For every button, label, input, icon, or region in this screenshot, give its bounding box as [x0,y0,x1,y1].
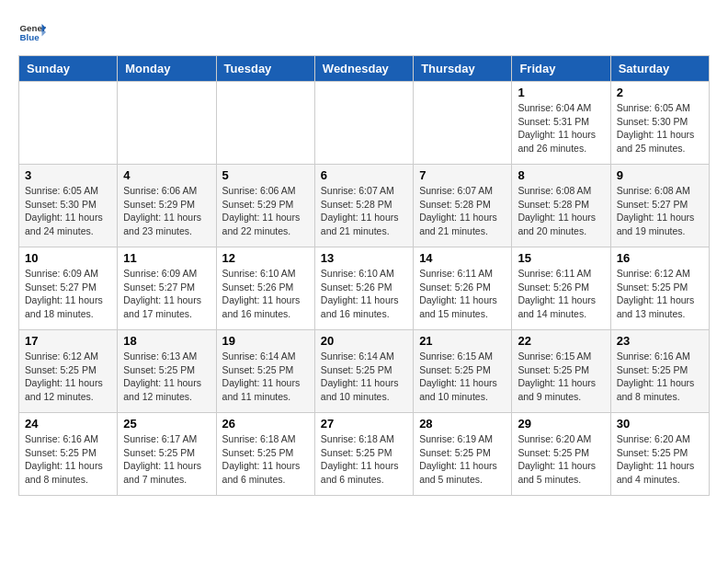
weekday-header-wednesday: Wednesday [314,56,413,82]
day-info: Sunrise: 6:19 AM Sunset: 5:25 PM Dayligh… [419,432,506,487]
day-number: 8 [518,168,604,182]
day-info: Sunrise: 6:06 AM Sunset: 5:29 PM Dayligh… [123,184,210,238]
day-number: 1 [518,86,604,99]
weekday-header-tuesday: Tuesday [216,56,314,82]
day-cell: 1Sunrise: 6:04 AM Sunset: 5:31 PM Daylig… [512,82,610,165]
day-info: Sunrise: 6:08 AM Sunset: 5:28 PM Dayligh… [518,184,604,238]
week-row-5: 24Sunrise: 6:16 AM Sunset: 5:25 PM Dayli… [19,413,710,496]
day-info: Sunrise: 6:15 AM Sunset: 5:25 PM Dayligh… [518,350,604,404]
day-cell: 17Sunrise: 6:12 AM Sunset: 5:25 PM Dayli… [19,330,118,413]
calendar-body: 1Sunrise: 6:04 AM Sunset: 5:31 PM Daylig… [19,82,710,496]
day-cell [19,82,118,165]
day-number: 23 [617,334,703,348]
day-info: Sunrise: 6:12 AM Sunset: 5:25 PM Dayligh… [617,267,703,321]
day-number: 28 [419,417,506,431]
week-row-1: 1Sunrise: 6:04 AM Sunset: 5:31 PM Daylig… [19,82,710,165]
day-cell [414,82,512,165]
logo: General Blue [18,18,46,46]
day-cell: 20Sunrise: 6:14 AM Sunset: 5:25 PM Dayli… [314,330,413,413]
day-cell: 30Sunrise: 6:20 AM Sunset: 5:25 PM Dayli… [610,413,709,496]
day-number: 19 [222,334,309,348]
day-cell: 7Sunrise: 6:07 AM Sunset: 5:28 PM Daylig… [414,165,512,247]
day-cell: 10Sunrise: 6:09 AM Sunset: 5:27 PM Dayli… [19,247,118,330]
svg-text:Blue: Blue [20,32,40,42]
day-cell: 15Sunrise: 6:11 AM Sunset: 5:26 PM Dayli… [512,247,610,330]
day-info: Sunrise: 6:17 AM Sunset: 5:25 PM Dayligh… [123,432,210,487]
day-info: Sunrise: 6:16 AM Sunset: 5:25 PM Dayligh… [25,432,111,487]
day-info: Sunrise: 6:11 AM Sunset: 5:26 PM Dayligh… [518,267,604,321]
day-number: 4 [123,168,210,182]
calendar-table: SundayMondayTuesdayWednesdayThursdayFrid… [18,55,710,496]
day-number: 27 [321,417,407,431]
day-cell: 16Sunrise: 6:12 AM Sunset: 5:25 PM Dayli… [610,247,709,330]
day-cell: 6Sunrise: 6:07 AM Sunset: 5:28 PM Daylig… [314,165,413,247]
day-cell: 29Sunrise: 6:20 AM Sunset: 5:25 PM Dayli… [512,413,610,496]
day-number: 16 [617,251,703,265]
day-info: Sunrise: 6:13 AM Sunset: 5:25 PM Dayligh… [123,350,210,404]
day-cell: 22Sunrise: 6:15 AM Sunset: 5:25 PM Dayli… [512,330,610,413]
day-number: 11 [123,251,210,265]
header: General Blue [18,18,710,46]
day-number: 30 [617,417,703,431]
day-number: 18 [123,334,210,348]
day-info: Sunrise: 6:14 AM Sunset: 5:25 PM Dayligh… [321,350,407,404]
day-number: 14 [419,251,506,265]
day-cell: 28Sunrise: 6:19 AM Sunset: 5:25 PM Dayli… [414,413,512,496]
day-number: 10 [25,251,111,265]
day-info: Sunrise: 6:16 AM Sunset: 5:25 PM Dayligh… [617,350,703,404]
day-number: 24 [25,417,111,431]
day-info: Sunrise: 6:09 AM Sunset: 5:27 PM Dayligh… [25,267,111,321]
logo-icon: General Blue [18,18,46,46]
day-info: Sunrise: 6:05 AM Sunset: 5:30 PM Dayligh… [617,101,703,155]
day-info: Sunrise: 6:07 AM Sunset: 5:28 PM Dayligh… [419,184,506,238]
day-info: Sunrise: 6:20 AM Sunset: 5:25 PM Dayligh… [617,432,703,487]
day-number: 22 [518,334,604,348]
day-cell: 4Sunrise: 6:06 AM Sunset: 5:29 PM Daylig… [118,165,216,247]
day-cell: 19Sunrise: 6:14 AM Sunset: 5:25 PM Dayli… [216,330,314,413]
day-number: 17 [25,334,111,348]
day-number: 5 [222,168,309,182]
day-info: Sunrise: 6:11 AM Sunset: 5:26 PM Dayligh… [419,267,506,321]
weekday-header-row: SundayMondayTuesdayWednesdayThursdayFrid… [19,56,710,82]
day-info: Sunrise: 6:04 AM Sunset: 5:31 PM Dayligh… [518,101,604,155]
day-cell: 23Sunrise: 6:16 AM Sunset: 5:25 PM Dayli… [610,330,709,413]
day-info: Sunrise: 6:18 AM Sunset: 5:25 PM Dayligh… [321,432,407,487]
day-info: Sunrise: 6:20 AM Sunset: 5:25 PM Dayligh… [518,432,604,487]
day-number: 20 [321,334,407,348]
day-number: 3 [25,168,111,182]
day-info: Sunrise: 6:14 AM Sunset: 5:25 PM Dayligh… [222,350,309,404]
day-cell: 9Sunrise: 6:08 AM Sunset: 5:27 PM Daylig… [610,165,709,247]
weekday-header-thursday: Thursday [414,56,512,82]
day-cell: 14Sunrise: 6:11 AM Sunset: 5:26 PM Dayli… [414,247,512,330]
day-info: Sunrise: 6:05 AM Sunset: 5:30 PM Dayligh… [25,184,111,238]
week-row-2: 3Sunrise: 6:05 AM Sunset: 5:30 PM Daylig… [19,165,710,247]
week-row-4: 17Sunrise: 6:12 AM Sunset: 5:25 PM Dayli… [19,330,710,413]
day-info: Sunrise: 6:09 AM Sunset: 5:27 PM Dayligh… [123,267,210,321]
day-info: Sunrise: 6:08 AM Sunset: 5:27 PM Dayligh… [617,184,703,238]
day-cell: 18Sunrise: 6:13 AM Sunset: 5:25 PM Dayli… [118,330,216,413]
day-number: 26 [222,417,309,431]
day-cell: 21Sunrise: 6:15 AM Sunset: 5:25 PM Dayli… [414,330,512,413]
weekday-header-sunday: Sunday [19,56,118,82]
day-info: Sunrise: 6:18 AM Sunset: 5:25 PM Dayligh… [222,432,309,487]
day-cell: 25Sunrise: 6:17 AM Sunset: 5:25 PM Dayli… [118,413,216,496]
weekday-header-saturday: Saturday [610,56,709,82]
day-info: Sunrise: 6:12 AM Sunset: 5:25 PM Dayligh… [25,350,111,404]
day-number: 25 [123,417,210,431]
day-cell: 2Sunrise: 6:05 AM Sunset: 5:30 PM Daylig… [610,82,709,165]
day-number: 7 [419,168,506,182]
day-cell: 13Sunrise: 6:10 AM Sunset: 5:26 PM Dayli… [314,247,413,330]
weekday-header-monday: Monday [118,56,216,82]
day-cell: 12Sunrise: 6:10 AM Sunset: 5:26 PM Dayli… [216,247,314,330]
day-number: 9 [617,168,703,182]
day-number: 2 [617,86,703,99]
day-info: Sunrise: 6:15 AM Sunset: 5:25 PM Dayligh… [419,350,506,404]
day-cell [314,82,413,165]
day-cell: 11Sunrise: 6:09 AM Sunset: 5:27 PM Dayli… [118,247,216,330]
day-cell: 26Sunrise: 6:18 AM Sunset: 5:25 PM Dayli… [216,413,314,496]
day-number: 12 [222,251,309,265]
weekday-header-friday: Friday [512,56,610,82]
day-number: 29 [518,417,604,431]
day-info: Sunrise: 6:10 AM Sunset: 5:26 PM Dayligh… [222,267,309,321]
day-cell: 8Sunrise: 6:08 AM Sunset: 5:28 PM Daylig… [512,165,610,247]
